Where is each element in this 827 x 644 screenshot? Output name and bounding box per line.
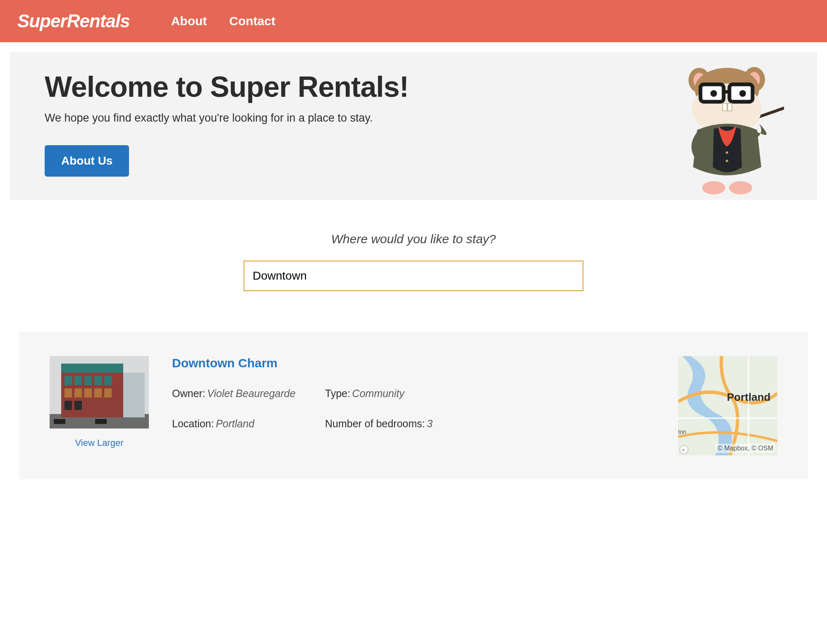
- svg-rect-24: [84, 376, 92, 385]
- nav-link-contact[interactable]: Contact: [229, 14, 275, 28]
- svg-point-10: [710, 90, 717, 97]
- svg-rect-32: [65, 401, 72, 410]
- svg-rect-35: [54, 419, 65, 424]
- svg-rect-29: [84, 388, 92, 397]
- owner-label: Owner:: [172, 388, 206, 399]
- svg-rect-30: [94, 388, 102, 397]
- hero-title: Welcome to Super Rentals!: [45, 70, 782, 103]
- detail-type: Type: Community: [325, 388, 478, 400]
- svg-text:⌖: ⌖: [682, 447, 685, 453]
- view-larger-link[interactable]: View Larger: [75, 438, 124, 448]
- rental-listing: View Larger Downtown Charm Owner: Violet…: [19, 332, 808, 479]
- map-icon: Portland ton ⌖: [678, 356, 777, 455]
- svg-rect-22: [65, 376, 72, 385]
- svg-rect-21: [61, 364, 123, 373]
- detail-owner: Owner: Violet Beauregarde: [172, 388, 325, 400]
- svg-point-17: [729, 181, 752, 194]
- listing-title[interactable]: Downtown Charm: [172, 356, 655, 370]
- svg-rect-26: [104, 376, 112, 385]
- tomster-mascot-icon: [676, 64, 784, 196]
- svg-point-16: [702, 181, 725, 194]
- top-nav: SuperRentals About Contact: [0, 0, 827, 42]
- svg-rect-9: [724, 90, 729, 93]
- svg-rect-13: [728, 103, 732, 111]
- location-label: Location:: [172, 418, 214, 429]
- map-attribution: © Mapbox, © OSM: [716, 444, 775, 453]
- bedrooms-label: Number of bedrooms:: [325, 418, 425, 429]
- listing-photo-icon[interactable]: [50, 356, 149, 429]
- listing-details: Downtown Charm Owner: Violet Beauregarde…: [172, 356, 655, 430]
- type-value: Community: [352, 388, 404, 399]
- nav-links: About Contact: [171, 14, 275, 28]
- search-prompt: Where would you like to stay?: [0, 232, 827, 246]
- svg-rect-12: [723, 103, 727, 111]
- svg-rect-34: [123, 373, 145, 417]
- hero-subtitle: We hope you find exactly what you're loo…: [45, 112, 782, 124]
- svg-rect-27: [65, 388, 72, 397]
- nav-link-about[interactable]: About: [171, 14, 207, 28]
- svg-rect-36: [95, 419, 107, 424]
- svg-point-15: [726, 160, 728, 162]
- map-city-label: Portland: [727, 391, 770, 403]
- type-label: Type:: [325, 388, 350, 399]
- svg-rect-28: [74, 388, 82, 397]
- location-value: Portland: [216, 418, 254, 429]
- listing-image-wrap: View Larger: [50, 356, 149, 448]
- search-input[interactable]: [244, 261, 583, 291]
- listing-map[interactable]: Portland ton ⌖ © Mapbox, © OSM: [678, 356, 777, 455]
- brand-logo[interactable]: SuperRentals: [17, 11, 130, 31]
- owner-value: Violet Beauregarde: [207, 388, 296, 399]
- svg-rect-23: [74, 376, 82, 385]
- svg-rect-25: [94, 376, 102, 385]
- hero-jumbo: Welcome to Super Rentals! We hope you fi…: [10, 52, 817, 200]
- svg-rect-33: [74, 401, 82, 410]
- svg-point-14: [726, 151, 728, 154]
- svg-text:ton: ton: [678, 429, 686, 435]
- detail-bedrooms: Number of bedrooms: 3: [325, 418, 478, 430]
- bedrooms-value: 3: [427, 418, 433, 429]
- about-us-button[interactable]: About Us: [45, 145, 129, 177]
- svg-rect-31: [104, 388, 112, 397]
- svg-point-11: [739, 90, 746, 97]
- detail-location: Location: Portland: [172, 418, 325, 430]
- search-section: Where would you like to stay?: [0, 232, 827, 291]
